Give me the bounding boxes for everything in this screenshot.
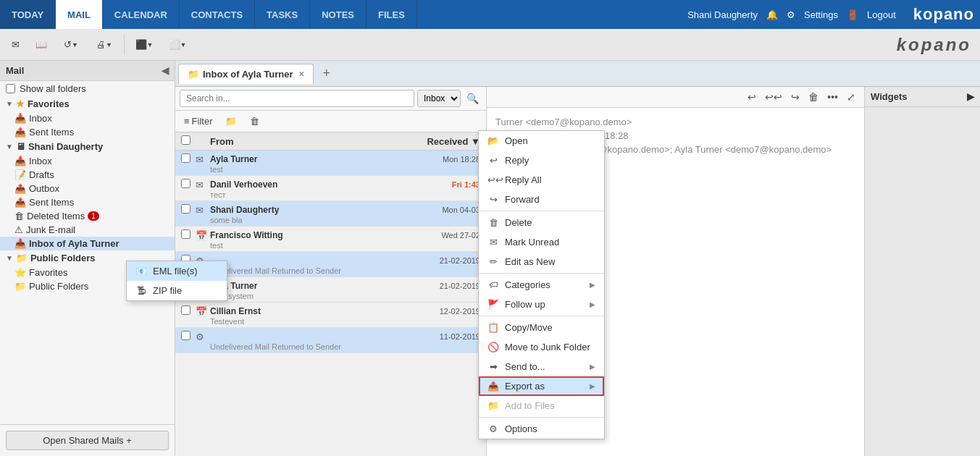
- widgets-expand-icon[interactable]: ▶: [967, 91, 974, 102]
- move-to-folder-button[interactable]: 📁: [221, 114, 241, 129]
- favorites-expand-icon: ▼: [6, 100, 13, 108]
- email-date-0: Mon 18:28: [415, 155, 480, 164]
- ctx-open[interactable]: 📂 Open: [479, 131, 604, 151]
- print-button[interactable]: 🖨 ▼: [88, 33, 120, 57]
- notification-icon[interactable]: 🔔: [766, 9, 778, 20]
- header-from[interactable]: From: [210, 136, 408, 147]
- sidebar-item-deleted-items[interactable]: 🗑 Deleted Items 1: [9, 209, 175, 223]
- email-row-3[interactable]: 📅 Francisco Witting Wed 27-02 test: [175, 227, 486, 252]
- sidebar-item-junk[interactable]: ⚠ Junk E-mail: [9, 223, 175, 237]
- sidebar-item-public-folders[interactable]: 📁 Public Folders: [9, 279, 175, 293]
- ctx-move-junk-label: Move to Junk Folder: [505, 342, 590, 352]
- reply-button[interactable]: ↩: [745, 90, 759, 104]
- sidebar-item-sent-items[interactable]: 📤 Sent Items: [9, 195, 175, 209]
- ctx-options[interactable]: ⚙ Options: [479, 419, 604, 439]
- view-button[interactable]: ⬜ ▼: [162, 33, 193, 57]
- email-row-0[interactable]: ✉ Ayla Turner Mon 18:28 test: [175, 151, 486, 176]
- compose-button[interactable]: ✉: [3, 33, 28, 57]
- tab-close-icon[interactable]: ✕: [298, 70, 304, 78]
- ctx-export-as[interactable]: 📤 Export as ▶: [479, 376, 604, 396]
- show-all-folders-checkbox[interactable]: [6, 84, 15, 93]
- show-all-folders[interactable]: Show all folders: [0, 81, 175, 96]
- email-icon-7: ⚙: [196, 332, 210, 342]
- email-date-6: 12-02-2019: [415, 307, 480, 316]
- email-row-4[interactable]: ⚙ 21-02-2019 Undelivered Mail Returned t…: [175, 252, 486, 277]
- nav-mail[interactable]: MAIL: [56, 0, 103, 29]
- ctx-move-junk[interactable]: 🚫 Move to Junk Folder: [479, 337, 604, 357]
- ctx-edit-new[interactable]: ✏ Edit as New: [479, 252, 604, 271]
- email-row-2[interactable]: ✉ Shani Daugherty Mon 04-03 some bla: [175, 201, 486, 227]
- nav-tasks[interactable]: TASKS: [255, 0, 310, 29]
- search-input[interactable]: [180, 90, 414, 107]
- tab-inbox-ayla[interactable]: 📁 Inbox of Ayla Turner ✕: [178, 64, 314, 84]
- favorites-star-icon: ★: [16, 98, 25, 109]
- ctx-mark-unread[interactable]: ✉ Mark Unread: [479, 232, 604, 252]
- logout-label[interactable]: Logout: [867, 9, 896, 20]
- filter-button[interactable]: ≡ Filter: [180, 114, 217, 129]
- favorites-header[interactable]: ▼ ★ Favorites: [0, 96, 175, 111]
- ctx-copy-move[interactable]: 📋 Copy/Move: [479, 318, 604, 337]
- email-row-1[interactable]: ✉ Danil Verhoeven Fri 1:43 тест: [175, 176, 486, 201]
- account-shani-header[interactable]: ▼ 🖥 Shani Daugherty: [0, 139, 175, 154]
- email-row-7[interactable]: ⚙ 11-02-2019 Undelivered Mail Returned t…: [175, 328, 486, 353]
- public-favorites-label: Favorites: [29, 267, 67, 278]
- address-book-button[interactable]: 📖: [29, 33, 54, 57]
- ctx-send-to[interactable]: ➡ Send to... ▶: [479, 357, 604, 376]
- sidebar-item-ayla-inbox[interactable]: 📥 Inbox of Ayla Turner: [0, 237, 175, 250]
- print-arrow-icon: ▼: [106, 41, 112, 48]
- public-folders-icon: 📁: [16, 253, 28, 263]
- email-check-4[interactable]: [181, 255, 190, 264]
- settings-icon[interactable]: ⚙: [787, 9, 795, 20]
- sidebar-item-outbox[interactable]: 📤 Outbox: [9, 182, 175, 195]
- ctx-reply-all[interactable]: ↩↩ Reply All: [479, 170, 604, 190]
- new-window-button[interactable]: ⬛ ▼: [128, 33, 160, 57]
- email-check-1[interactable]: [181, 179, 190, 188]
- search-button[interactable]: 🔍: [464, 91, 482, 106]
- header-date[interactable]: Received ▼: [408, 136, 480, 147]
- email-check-0[interactable]: [181, 153, 190, 163]
- sidebar-item-shani-inbox[interactable]: 📥 Inbox: [9, 154, 175, 168]
- ctx-reply[interactable]: ↩ Reply: [479, 151, 604, 170]
- ctx-delete-label: Delete: [505, 217, 532, 228]
- logout-icon[interactable]: 🚪: [847, 9, 858, 20]
- email-row-5[interactable]: ✉ Ayla Turner 21-02-2019 Nice system: [175, 277, 486, 303]
- add-tab-button[interactable]: +: [318, 66, 335, 81]
- popout-button[interactable]: ⤢: [844, 90, 858, 104]
- sidebar-collapse-icon[interactable]: ◀: [162, 65, 169, 76]
- refresh-button[interactable]: ↺ ▼: [55, 33, 87, 57]
- search-scope-select[interactable]: Inbox: [417, 90, 461, 107]
- email-check-2[interactable]: [181, 204, 190, 214]
- nav-files[interactable]: FILES: [367, 0, 417, 29]
- reply-all-button[interactable]: ↩↩: [762, 90, 785, 104]
- sidebar-item-sent-favorites[interactable]: 📤 Sent Items: [9, 125, 175, 139]
- sidebar-item-inbox-favorites[interactable]: 📥 Inbox: [9, 111, 175, 125]
- open-shared-button[interactable]: Open Shared Mails +: [6, 431, 169, 450]
- email-row-6[interactable]: 📅 Cillian Ernst 12-02-2019 Testevent: [175, 303, 486, 328]
- nav-today[interactable]: TODAY: [0, 0, 56, 29]
- public-folders-sub-icon: 📁: [14, 281, 26, 292]
- email-check-6[interactable]: [181, 305, 190, 315]
- more-options-button[interactable]: •••: [824, 90, 841, 104]
- select-all-checkbox[interactable]: [181, 135, 190, 145]
- delete-preview-button[interactable]: 🗑: [805, 90, 821, 104]
- delete-action-button[interactable]: 🗑: [246, 114, 264, 129]
- main-toolbar: ✉ 📖 ↺ ▼ 🖨 ▼ ⬛ ▼ ⬜ ▼ kopano: [0, 29, 980, 61]
- ctx-copy-move-icon: 📋: [487, 322, 499, 333]
- nav-calendar[interactable]: CALENDAR: [103, 0, 180, 29]
- ctx-follow-up[interactable]: 🚩 Follow up ▶: [479, 295, 604, 314]
- email-preview-7: Undelivered Mail Returned to Sender: [181, 342, 480, 351]
- sidebar-item-drafts[interactable]: 📝 Drafts: [9, 168, 175, 182]
- nav-contacts[interactable]: CONTACTS: [180, 0, 255, 29]
- nav-notes[interactable]: NOTES: [310, 0, 367, 29]
- public-folders-header[interactable]: ▼ 📁 Public Folders: [0, 250, 175, 266]
- ctx-forward[interactable]: ↪ Forward: [479, 190, 604, 209]
- email-check-7[interactable]: [181, 331, 190, 340]
- ctx-delete[interactable]: 🗑 Delete: [479, 213, 604, 232]
- email-preview-0: test: [181, 165, 480, 174]
- ctx-categories[interactable]: 🏷 Categories ▶: [479, 275, 604, 295]
- email-check-3[interactable]: [181, 229, 190, 239]
- sidebar-item-public-favorites[interactable]: ⭐ Favorites: [9, 266, 175, 279]
- settings-label[interactable]: Settings: [804, 9, 838, 20]
- email-check-5[interactable]: [181, 280, 190, 290]
- forward-button[interactable]: ↪: [788, 90, 803, 104]
